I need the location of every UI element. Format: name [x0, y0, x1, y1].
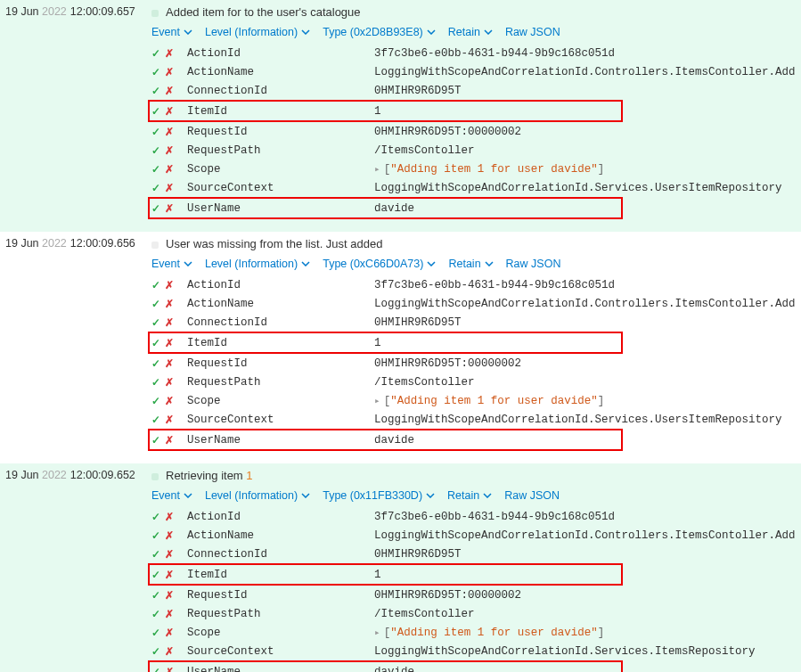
include-filter-icon[interactable]: ✓: [151, 393, 160, 409]
include-filter-icon[interactable]: ✓: [151, 412, 160, 428]
retain-dropdown[interactable]: Retain: [447, 489, 492, 502]
include-filter-icon[interactable]: ✓: [151, 124, 160, 140]
chevron-down-icon: [301, 29, 310, 35]
event-dropdown[interactable]: Event: [151, 26, 192, 38]
log-message-line[interactable]: Retrieving item 1: [151, 467, 801, 488]
exclude-filter-icon[interactable]: ✗: [165, 64, 174, 80]
raw-json-link[interactable]: Raw JSON: [504, 489, 560, 502]
property-value: 1: [374, 567, 621, 583]
include-filter-icon[interactable]: ✓: [151, 528, 160, 544]
exclude-filter-icon[interactable]: ✗: [165, 277, 174, 293]
raw-json-link[interactable]: Raw JSON: [506, 258, 561, 270]
exclude-filter-icon[interactable]: ✗: [165, 412, 174, 428]
exclude-filter-icon[interactable]: ✗: [165, 143, 174, 159]
include-filter-icon[interactable]: ✓: [151, 161, 160, 177]
exclude-filter-icon[interactable]: ✗: [165, 374, 174, 390]
exclude-filter-icon[interactable]: ✗: [165, 509, 174, 525]
level-dropdown[interactable]: Level (Information): [205, 258, 310, 270]
exclude-filter-icon[interactable]: ✗: [165, 606, 174, 622]
exclude-filter-icon[interactable]: ✗: [165, 161, 174, 177]
log-message-line[interactable]: Added item for to the user's catalogue: [151, 4, 801, 24]
chevron-down-icon: [184, 261, 192, 266]
exclude-filter-icon[interactable]: ✗: [165, 432, 174, 448]
event-dropdown[interactable]: Event: [151, 489, 192, 502]
include-filter-icon[interactable]: ✓: [151, 587, 160, 603]
retain-dropdown[interactable]: Retain: [448, 26, 493, 38]
property-value: LoggingWithScopeAndCorrelationId.Service…: [374, 412, 801, 428]
type-dropdown[interactable]: Type (0x2D8B93E8): [323, 26, 436, 38]
log-message: User was missing from the list. Just add…: [166, 237, 382, 250]
level-dropdown[interactable]: Level (Information): [205, 26, 310, 38]
include-filter-icon[interactable]: ✓: [151, 143, 160, 159]
include-filter-icon[interactable]: ✓: [151, 45, 160, 61]
include-filter-icon[interactable]: ✓: [151, 374, 160, 390]
property-value: /ItemsContoller: [374, 374, 801, 390]
include-filter-icon[interactable]: ✓: [151, 315, 160, 331]
retain-dropdown[interactable]: Retain: [448, 258, 493, 270]
exclude-filter-icon[interactable]: ✗: [165, 201, 174, 217]
include-filter-icon[interactable]: ✓: [151, 606, 160, 622]
exclude-filter-icon[interactable]: ✗: [165, 528, 174, 544]
exclude-filter-icon[interactable]: ✗: [165, 393, 174, 409]
include-filter-icon[interactable]: ✓: [151, 509, 160, 525]
exclude-filter-icon[interactable]: ✗: [165, 45, 174, 61]
exclude-filter-icon[interactable]: ✗: [165, 546, 174, 562]
include-filter-icon[interactable]: ✓: [151, 664, 160, 673]
exclude-filter-icon[interactable]: ✗: [165, 643, 174, 660]
expand-caret-icon[interactable]: ▸: [374, 164, 380, 175]
bullet-icon: [151, 242, 159, 249]
exclude-filter-icon[interactable]: ✗: [165, 625, 174, 641]
property-row: ✓✗RequestId0HMIHR9R6D95T:00000002: [151, 354, 801, 373]
include-filter-icon[interactable]: ✓: [151, 432, 160, 448]
exclude-filter-icon[interactable]: ✗: [165, 180, 174, 196]
exclude-filter-icon[interactable]: ✗: [165, 335, 174, 351]
property-row: ✓✗ActionNameLoggingWithScopeAndCorrelati…: [151, 294, 801, 313]
property-key: ConnectionId: [187, 546, 374, 562]
property-row: ✓✗ItemId1: [148, 100, 623, 122]
exclude-filter-icon[interactable]: ✗: [165, 587, 174, 603]
property-key: ActionId: [187, 45, 374, 61]
event-dropdown[interactable]: Event: [151, 258, 192, 270]
property-value: 3f7c3be6-e0bb-4631-b944-9b9c168c051d: [374, 277, 801, 293]
property-row: ✓✗SourceContextLoggingWithScopeAndCorrel…: [151, 642, 801, 660]
log-toolbar: EventLevel (Information)Type (0xC66D0A73…: [151, 256, 801, 275]
property-key: ActionName: [187, 296, 374, 312]
property-value: LoggingWithScopeAndCorrelationId.Control…: [374, 528, 801, 544]
expand-caret-icon[interactable]: ▸: [374, 396, 380, 406]
log-message-line[interactable]: User was missing from the list. Just add…: [151, 235, 801, 256]
include-filter-icon[interactable]: ✓: [151, 625, 160, 641]
property-key: RequestId: [187, 587, 374, 603]
include-filter-icon[interactable]: ✓: [151, 64, 160, 80]
raw-json-link[interactable]: Raw JSON: [505, 26, 560, 38]
type-dropdown[interactable]: Type (0xC66D0A73): [323, 258, 436, 270]
property-value: 0HMIHR9R6D95T: [374, 315, 801, 331]
exclude-filter-icon[interactable]: ✗: [165, 356, 174, 372]
exclude-filter-icon[interactable]: ✗: [165, 124, 174, 140]
include-filter-icon[interactable]: ✓: [151, 277, 160, 293]
include-filter-icon[interactable]: ✓: [151, 356, 160, 372]
property-row: ✓✗Scope▸["Adding item 1 for user davide"…: [151, 391, 801, 410]
exclude-filter-icon[interactable]: ✗: [165, 103, 174, 119]
exclude-filter-icon[interactable]: ✗: [165, 567, 174, 583]
property-row: ✓✗RequestId0HMIHR9R6D95T:00000002: [151, 122, 801, 141]
level-dropdown[interactable]: Level (Information): [205, 489, 310, 502]
timestamp: 19 Jun 202212:00:09.657: [0, 4, 151, 18]
include-filter-icon[interactable]: ✓: [151, 335, 160, 351]
exclude-filter-icon[interactable]: ✗: [165, 296, 174, 312]
exclude-filter-icon[interactable]: ✗: [165, 315, 174, 331]
include-filter-icon[interactable]: ✓: [151, 201, 160, 217]
type-dropdown[interactable]: Type (0x11FB330D): [323, 489, 435, 502]
include-filter-icon[interactable]: ✓: [151, 296, 160, 312]
property-value: 0HMIHR9R6D95T:00000002: [374, 587, 801, 603]
include-filter-icon[interactable]: ✓: [151, 546, 160, 562]
exclude-filter-icon[interactable]: ✗: [165, 83, 174, 99]
property-key: RequestPath: [187, 374, 374, 390]
property-list: ✓✗ActionId3f7c3be6-e0bb-4631-b944-9b9c16…: [151, 44, 801, 219]
include-filter-icon[interactable]: ✓: [151, 180, 160, 196]
expand-caret-icon[interactable]: ▸: [374, 627, 380, 638]
include-filter-icon[interactable]: ✓: [151, 83, 160, 99]
include-filter-icon[interactable]: ✓: [151, 567, 160, 583]
exclude-filter-icon[interactable]: ✗: [165, 664, 174, 673]
include-filter-icon[interactable]: ✓: [151, 643, 160, 660]
include-filter-icon[interactable]: ✓: [151, 103, 160, 119]
